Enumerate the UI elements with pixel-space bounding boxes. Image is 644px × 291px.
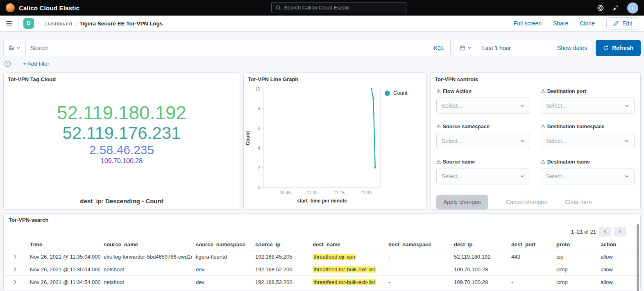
table-cell-dest_ip: 52.119.180.192 <box>451 254 508 260</box>
breadcrumb-dashboard[interactable]: Dashboard <box>45 20 72 27</box>
table-cell-action: allow <box>597 266 640 273</box>
expand-row-button[interactable] <box>4 280 27 284</box>
table-body: Nov 26, 2021 @ 11:35:04.000eks-log-forwa… <box>4 250 640 288</box>
table-cell-source_namespace: tigera-fluentd <box>193 254 252 260</box>
line-graph-panel-title: Tor-VPN Line Graph <box>244 73 426 83</box>
date-picker: Last 1 hour Show dates <box>454 40 592 56</box>
legend-label[interactable]: Count <box>393 90 408 96</box>
time-range-value[interactable]: Last 1 hour <box>477 45 516 51</box>
control-field: ⚠Source namespace Select... <box>436 123 530 149</box>
kql-language-button[interactable]: KQL <box>428 45 450 51</box>
tag-cloud-term[interactable]: 52.119.180.192 <box>4 102 240 123</box>
celebration-icon[interactable] <box>612 5 619 11</box>
column-header[interactable]: dest_ip <box>451 241 508 248</box>
svg-text:11:00: 11:00 <box>306 190 317 195</box>
table-row[interactable]: Nov 26, 2021 @ 11:35:04.000netshootdev19… <box>4 263 640 275</box>
tag-cloud-panel: Tor-VPN Tag Cloud 52.119.180.19252.119.1… <box>3 72 240 210</box>
user-avatar[interactable]: t <box>627 2 638 14</box>
global-search-input[interactable] <box>284 5 402 11</box>
chevron-down-icon <box>520 139 525 143</box>
control-field-label: ⚠Destination name <box>541 159 635 165</box>
next-page-button[interactable] <box>614 227 626 236</box>
control-field-label: ⚠Destination port <box>541 88 635 94</box>
apply-changes-button[interactable]: Apply changes <box>436 195 488 209</box>
chevron-down-icon <box>16 46 20 50</box>
help-icon[interactable] <box>597 5 604 11</box>
column-header[interactable]: dest_port <box>508 241 553 248</box>
table-cell-dest_ip: 109.70.100.28 <box>451 266 508 273</box>
calendar-menu-button[interactable] <box>454 40 477 56</box>
vertical-scrollbar[interactable] <box>637 224 639 291</box>
tag-cloud-term[interactable]: 52.119.176.231 <box>4 123 240 143</box>
menu-icon[interactable] <box>0 16 18 31</box>
tag-cloud-term[interactable]: 109.70.100.28 <box>4 157 240 165</box>
table-cell-source_ip: 192.168.52.200 <box>252 279 309 285</box>
controls-grid: ⚠Flow Action Select... ⚠Destination port… <box>431 83 640 184</box>
select-placeholder: Select... <box>546 173 567 180</box>
svg-text:6: 6 <box>258 126 260 131</box>
pagination-label: 1–21 of 21 <box>571 229 596 235</box>
column-header[interactable]: proto <box>553 241 597 248</box>
controls-buttons: Apply changes Cancel changes Clear form <box>431 184 640 209</box>
column-header[interactable]: source_namespace <box>193 241 252 248</box>
filter-icon[interactable] <box>4 60 11 67</box>
results-table: Timesource_namesource_namespacesource_ip… <box>4 239 640 288</box>
control-select[interactable]: Select... <box>436 98 530 114</box>
full-screen-button[interactable]: Full screen <box>513 20 541 27</box>
table-cell-source_namespace: dev <box>193 279 252 285</box>
saved-query-menu-button[interactable] <box>4 40 26 56</box>
control-select[interactable]: Select... <box>436 133 530 149</box>
table-row[interactable]: Nov 26, 2021 @ 11:35:04.000eks-log-forwa… <box>4 250 640 263</box>
refresh-button[interactable]: Refresh <box>596 40 641 56</box>
dashboard-badge[interactable]: D <box>23 18 34 29</box>
column-header[interactable]: action <box>597 241 640 248</box>
show-dates-button[interactable]: Show dates <box>552 45 592 51</box>
control-select[interactable]: Select... <box>436 168 530 184</box>
svg-text:0: 0 <box>258 185 260 190</box>
edit-button[interactable]: Edit <box>606 17 639 30</box>
table-cell-dest_namespace: - <box>385 254 451 260</box>
highlighted-value: threatfeed.tor-bulk-exit-list <box>313 279 376 285</box>
table-cell-dest_port: - <box>508 266 553 273</box>
table-cell-proto: icmp <box>553 279 597 285</box>
table-cell-dest_port: - <box>508 279 553 285</box>
column-header[interactable]: source_ip <box>252 241 309 248</box>
svg-text:10: 10 <box>255 86 260 91</box>
expand-row-button[interactable] <box>4 267 27 272</box>
control-select[interactable]: Select... <box>541 133 635 149</box>
clear-form-button[interactable]: Clear form <box>565 199 592 205</box>
svg-text:11:30: 11:30 <box>361 190 372 195</box>
table-cell-dest_ip: 109.70.100.28 <box>451 279 508 285</box>
select-placeholder: Select... <box>546 138 567 144</box>
control-select[interactable]: Select... <box>541 168 635 184</box>
share-button[interactable]: Share <box>553 20 568 27</box>
tag-cloud-term[interactable]: 2.58.46.235 <box>4 143 240 157</box>
svg-text:8: 8 <box>258 106 260 111</box>
column-header[interactable]: dest_name <box>309 241 385 248</box>
control-select[interactable]: Select... <box>541 98 635 114</box>
add-filter-button[interactable]: + Add filter <box>23 61 49 67</box>
clone-button[interactable]: Clone <box>580 20 595 27</box>
chevron-down-icon <box>624 139 629 143</box>
column-header[interactable]: dest_namespace <box>385 241 451 248</box>
table-cell-action: allow <box>597 279 640 285</box>
filter-row: — + Add filter <box>3 56 641 67</box>
column-header[interactable]: Time <box>27 241 100 248</box>
select-placeholder: Select... <box>442 102 463 109</box>
control-field-label: ⚠Destination namespace <box>541 123 635 130</box>
pencil-icon <box>613 20 619 26</box>
previous-page-button[interactable] <box>599 227 611 236</box>
expand-row-button[interactable] <box>4 254 27 259</box>
header-right-icons: t <box>597 2 638 14</box>
calico-logo-icon <box>6 3 15 12</box>
column-header[interactable]: source_name <box>100 241 193 248</box>
global-search-box[interactable] <box>271 2 406 13</box>
search-input[interactable] <box>26 45 428 51</box>
breadcrumb-bar: D Dashboard / Tigera Secure EE Tor-VPN L… <box>0 16 644 32</box>
cancel-changes-button[interactable]: Cancel changes <box>506 199 547 205</box>
table-row[interactable]: Nov 26, 2021 @ 11:34:54.000netshootdev19… <box>4 275 640 288</box>
breadcrumb-separator: / <box>75 20 77 27</box>
warning-icon: ⚠ <box>541 123 546 130</box>
table-cell-dest_name: threatfeed.tor-bulk-exit-list <box>309 266 385 273</box>
query-section: KQL Last 1 hour Show dates Refr <box>0 32 644 67</box>
